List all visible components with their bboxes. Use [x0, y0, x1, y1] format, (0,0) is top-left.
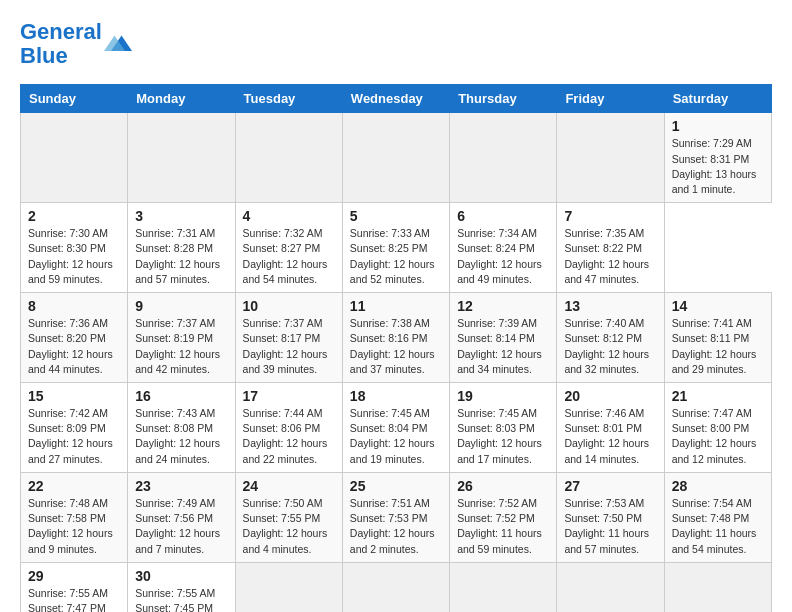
day-info: Sunrise: 7:53 AMSunset: 7:50 PMDaylight:… — [564, 496, 656, 557]
day-number: 10 — [243, 298, 335, 314]
day-info: Sunrise: 7:36 AMSunset: 8:20 PMDaylight:… — [28, 316, 120, 377]
calendar-cell: 4 Sunrise: 7:32 AMSunset: 8:27 PMDayligh… — [235, 203, 342, 293]
calendar-cell: 12 Sunrise: 7:39 AMSunset: 8:14 PMDaylig… — [450, 293, 557, 383]
calendar-cell: 30 Sunrise: 7:55 AMSunset: 7:45 PMDaylig… — [128, 562, 235, 612]
calendar-cell: 23 Sunrise: 7:49 AMSunset: 7:56 PMDaylig… — [128, 472, 235, 562]
day-info: Sunrise: 7:41 AMSunset: 8:11 PMDaylight:… — [672, 316, 764, 377]
day-info: Sunrise: 7:52 AMSunset: 7:52 PMDaylight:… — [457, 496, 549, 557]
day-info: Sunrise: 7:55 AMSunset: 7:45 PMDaylight:… — [135, 586, 227, 612]
day-number: 14 — [672, 298, 764, 314]
calendar-cell: 20 Sunrise: 7:46 AMSunset: 8:01 PMDaylig… — [557, 383, 664, 473]
day-number: 12 — [457, 298, 549, 314]
calendar-cell: 27 Sunrise: 7:53 AMSunset: 7:50 PMDaylig… — [557, 472, 664, 562]
calendar-cell: 5 Sunrise: 7:33 AMSunset: 8:25 PMDayligh… — [342, 203, 449, 293]
calendar-cell — [557, 562, 664, 612]
day-number: 19 — [457, 388, 549, 404]
day-info: Sunrise: 7:38 AMSunset: 8:16 PMDaylight:… — [350, 316, 442, 377]
calendar-cell — [450, 562, 557, 612]
calendar-cell: 14 Sunrise: 7:41 AMSunset: 8:11 PMDaylig… — [664, 293, 771, 383]
calendar-cell — [128, 113, 235, 203]
column-header-monday: Monday — [128, 85, 235, 113]
logo-text: GeneralBlue — [20, 20, 102, 68]
day-number: 9 — [135, 298, 227, 314]
calendar-cell: 28 Sunrise: 7:54 AMSunset: 7:48 PMDaylig… — [664, 472, 771, 562]
day-number: 11 — [350, 298, 442, 314]
day-info: Sunrise: 7:49 AMSunset: 7:56 PMDaylight:… — [135, 496, 227, 557]
day-number: 3 — [135, 208, 227, 224]
day-number: 28 — [672, 478, 764, 494]
calendar-cell: 6 Sunrise: 7:34 AMSunset: 8:24 PMDayligh… — [450, 203, 557, 293]
day-info: Sunrise: 7:42 AMSunset: 8:09 PMDaylight:… — [28, 406, 120, 467]
calendar-cell — [235, 562, 342, 612]
day-number: 8 — [28, 298, 120, 314]
day-info: Sunrise: 7:31 AMSunset: 8:28 PMDaylight:… — [135, 226, 227, 287]
day-info: Sunrise: 7:37 AMSunset: 8:19 PMDaylight:… — [135, 316, 227, 377]
day-number: 17 — [243, 388, 335, 404]
column-header-sunday: Sunday — [21, 85, 128, 113]
day-number: 22 — [28, 478, 120, 494]
day-info: Sunrise: 7:29 AMSunset: 8:31 PMDaylight:… — [672, 136, 764, 197]
day-number: 15 — [28, 388, 120, 404]
day-number: 18 — [350, 388, 442, 404]
day-number: 16 — [135, 388, 227, 404]
calendar-week-0: 1 Sunrise: 7:29 AMSunset: 8:31 PMDayligh… — [21, 113, 772, 203]
calendar-cell — [664, 562, 771, 612]
day-info: Sunrise: 7:39 AMSunset: 8:14 PMDaylight:… — [457, 316, 549, 377]
day-number: 30 — [135, 568, 227, 584]
day-number: 5 — [350, 208, 442, 224]
day-info: Sunrise: 7:43 AMSunset: 8:08 PMDaylight:… — [135, 406, 227, 467]
calendar-cell — [450, 113, 557, 203]
calendar-cell: 16 Sunrise: 7:43 AMSunset: 8:08 PMDaylig… — [128, 383, 235, 473]
day-info: Sunrise: 7:34 AMSunset: 8:24 PMDaylight:… — [457, 226, 549, 287]
day-info: Sunrise: 7:40 AMSunset: 8:12 PMDaylight:… — [564, 316, 656, 377]
calendar-cell: 13 Sunrise: 7:40 AMSunset: 8:12 PMDaylig… — [557, 293, 664, 383]
calendar-cell — [342, 562, 449, 612]
calendar-cell: 9 Sunrise: 7:37 AMSunset: 8:19 PMDayligh… — [128, 293, 235, 383]
calendar-cell: 22 Sunrise: 7:48 AMSunset: 7:58 PMDaylig… — [21, 472, 128, 562]
calendar-cell — [235, 113, 342, 203]
column-header-wednesday: Wednesday — [342, 85, 449, 113]
day-number: 6 — [457, 208, 549, 224]
day-number: 27 — [564, 478, 656, 494]
day-info: Sunrise: 7:35 AMSunset: 8:22 PMDaylight:… — [564, 226, 656, 287]
day-number: 25 — [350, 478, 442, 494]
day-number: 26 — [457, 478, 549, 494]
day-number: 20 — [564, 388, 656, 404]
day-number: 23 — [135, 478, 227, 494]
calendar-week-5: 29 Sunrise: 7:55 AMSunset: 7:47 PMDaylig… — [21, 562, 772, 612]
page-header: GeneralBlue — [20, 20, 772, 68]
logo: GeneralBlue — [20, 20, 132, 68]
calendar-cell: 11 Sunrise: 7:38 AMSunset: 8:16 PMDaylig… — [342, 293, 449, 383]
calendar-cell: 10 Sunrise: 7:37 AMSunset: 8:17 PMDaylig… — [235, 293, 342, 383]
day-number: 4 — [243, 208, 335, 224]
calendar-cell: 24 Sunrise: 7:50 AMSunset: 7:55 PMDaylig… — [235, 472, 342, 562]
calendar-cell: 15 Sunrise: 7:42 AMSunset: 8:09 PMDaylig… — [21, 383, 128, 473]
column-header-tuesday: Tuesday — [235, 85, 342, 113]
column-header-saturday: Saturday — [664, 85, 771, 113]
day-info: Sunrise: 7:54 AMSunset: 7:48 PMDaylight:… — [672, 496, 764, 557]
calendar-cell — [557, 113, 664, 203]
calendar-cell: 29 Sunrise: 7:55 AMSunset: 7:47 PMDaylig… — [21, 562, 128, 612]
day-info: Sunrise: 7:51 AMSunset: 7:53 PMDaylight:… — [350, 496, 442, 557]
day-info: Sunrise: 7:44 AMSunset: 8:06 PMDaylight:… — [243, 406, 335, 467]
calendar-cell — [21, 113, 128, 203]
day-info: Sunrise: 7:37 AMSunset: 8:17 PMDaylight:… — [243, 316, 335, 377]
day-info: Sunrise: 7:50 AMSunset: 7:55 PMDaylight:… — [243, 496, 335, 557]
calendar-cell: 25 Sunrise: 7:51 AMSunset: 7:53 PMDaylig… — [342, 472, 449, 562]
calendar-week-4: 22 Sunrise: 7:48 AMSunset: 7:58 PMDaylig… — [21, 472, 772, 562]
day-number: 2 — [28, 208, 120, 224]
calendar-cell: 19 Sunrise: 7:45 AMSunset: 8:03 PMDaylig… — [450, 383, 557, 473]
calendar-cell: 7 Sunrise: 7:35 AMSunset: 8:22 PMDayligh… — [557, 203, 664, 293]
day-number: 13 — [564, 298, 656, 314]
column-header-friday: Friday — [557, 85, 664, 113]
logo-icon — [104, 30, 132, 58]
calendar-cell: 26 Sunrise: 7:52 AMSunset: 7:52 PMDaylig… — [450, 472, 557, 562]
column-header-thursday: Thursday — [450, 85, 557, 113]
day-info: Sunrise: 7:32 AMSunset: 8:27 PMDaylight:… — [243, 226, 335, 287]
day-number: 1 — [672, 118, 764, 134]
day-info: Sunrise: 7:46 AMSunset: 8:01 PMDaylight:… — [564, 406, 656, 467]
day-info: Sunrise: 7:55 AMSunset: 7:47 PMDaylight:… — [28, 586, 120, 612]
day-number: 7 — [564, 208, 656, 224]
calendar-cell: 18 Sunrise: 7:45 AMSunset: 8:04 PMDaylig… — [342, 383, 449, 473]
calendar-week-3: 15 Sunrise: 7:42 AMSunset: 8:09 PMDaylig… — [21, 383, 772, 473]
